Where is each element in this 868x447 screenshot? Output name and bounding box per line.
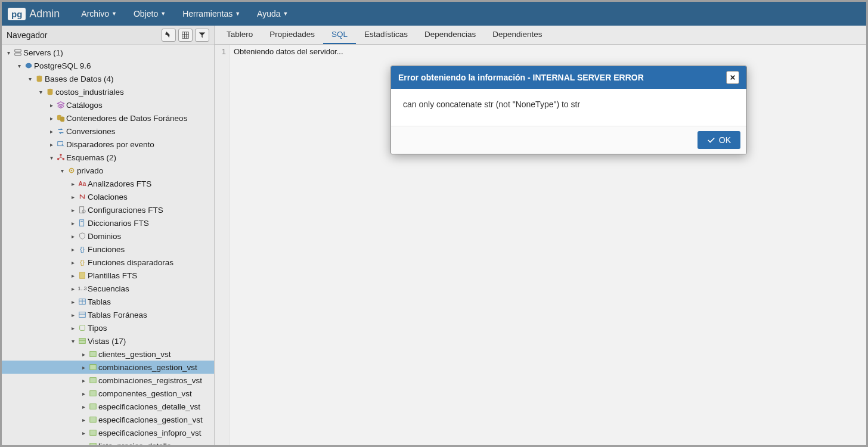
dialog-footer: OK	[391, 126, 746, 154]
dialog-message: can only concatenate str (not "NoneType"…	[391, 89, 746, 126]
check-icon	[707, 136, 715, 144]
dialog-close-button[interactable]	[726, 71, 739, 84]
dialog-header: Error obteniendo la información - INTERN…	[391, 66, 746, 89]
error-dialog: Error obteniendo la información - INTERN…	[390, 66, 747, 154]
ok-label: OK	[719, 135, 731, 145]
dialog-title: Error obteniendo la información - INTERN…	[398, 73, 644, 82]
dialog-ok-button[interactable]: OK	[698, 131, 740, 149]
close-icon	[730, 74, 736, 80]
